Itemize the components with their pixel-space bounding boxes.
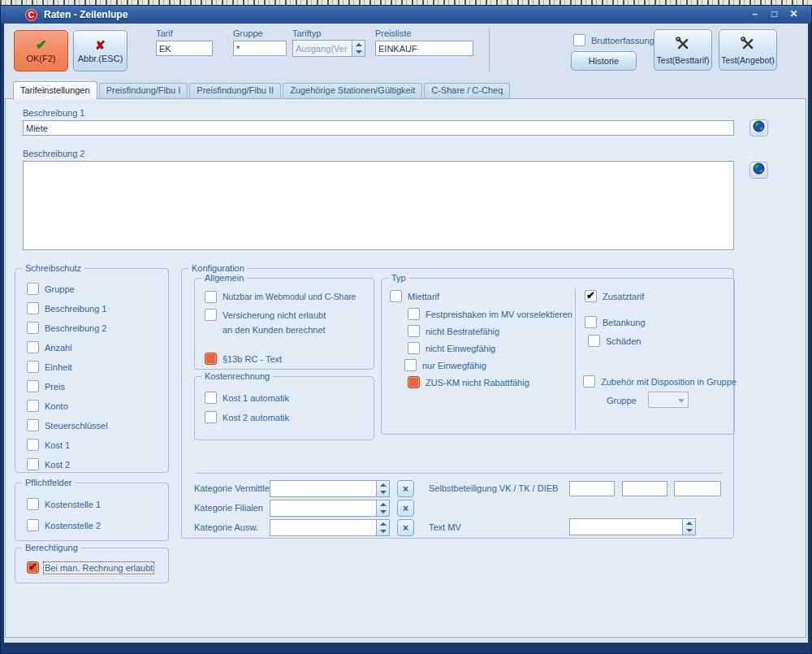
- spinner-down-icon[interactable]: [683, 527, 695, 535]
- app-icon: C: [25, 9, 37, 21]
- kostenstelle1-checkbox[interactable]: [27, 498, 39, 510]
- checkbox-label: Konto: [45, 401, 68, 411]
- spinner-up-icon[interactable]: [377, 500, 389, 509]
- kategorie-filialen-clear-button[interactable]: ×: [397, 500, 414, 517]
- schreibschutz-preis-checkbox[interactable]: [27, 380, 39, 392]
- typ-group: Typ Miettarif Festpreishaken im MV vorse…: [381, 278, 735, 435]
- kategorie-ausw-clear-button[interactable]: ×: [397, 519, 414, 536]
- gruppe-input[interactable]: [233, 41, 287, 56]
- spinner-up-icon[interactable]: [683, 519, 695, 527]
- kategorie-vermittler-spinner[interactable]: [376, 481, 389, 496]
- spinner-down-icon[interactable]: [377, 489, 389, 497]
- miettarif-checkbox[interactable]: [390, 290, 402, 302]
- tools-icon: [737, 36, 758, 54]
- test-angebot-button[interactable]: Test(Angebot): [719, 29, 777, 71]
- checkbox-label: nur Einwegfähig: [422, 361, 486, 370]
- checkbox-label: Nutzbar im Webmodul und C-Share: [222, 292, 356, 301]
- translate-button[interactable]: [749, 119, 768, 136]
- gruppe-dropdown-label: Gruppe: [607, 396, 637, 405]
- schreibschutz-beschreibung2-checkbox[interactable]: [27, 322, 39, 334]
- maximize-button[interactable]: □: [768, 8, 780, 20]
- translate-button[interactable]: [749, 162, 768, 179]
- schreibschutz-konto-checkbox[interactable]: [27, 400, 39, 412]
- kost1-automatik-checkbox[interactable]: [205, 392, 217, 404]
- spinner-down-icon[interactable]: [377, 528, 389, 536]
- beschreibung1-input[interactable]: [23, 120, 734, 136]
- spinner-up-icon[interactable]: [377, 520, 389, 528]
- tab-preisfindung-fibu-2[interactable]: Preisfindung/Fibu II: [189, 83, 281, 98]
- schreibschutz-kost2-checkbox[interactable]: [27, 458, 39, 470]
- schreibschutz-einheit-checkbox[interactable]: [27, 361, 39, 373]
- nicht-bestratefaehig-checkbox[interactable]: [408, 325, 420, 337]
- zubehoer-disposition-checkbox[interactable]: [583, 375, 595, 388]
- tariftyp-spinner[interactable]: [352, 41, 365, 56]
- schreibschutz-gruppe-checkbox[interactable]: [27, 283, 39, 295]
- kategorie-ausw-field[interactable]: [270, 519, 390, 536]
- selbstbeteiligung-vk-input[interactable]: [569, 481, 615, 496]
- versicherung-nicht-erlaubt-checkbox[interactable]: [205, 309, 217, 321]
- kostenstelle2-checkbox[interactable]: [27, 519, 39, 531]
- minimize-button[interactable]: –: [749, 8, 761, 20]
- text-mv-field[interactable]: [569, 518, 696, 535]
- kategorie-ausw-input[interactable]: [270, 520, 376, 535]
- festpreishaken-checkbox[interactable]: [408, 308, 420, 320]
- beschreibung2-textarea[interactable]: [23, 161, 734, 250]
- preisliste-input[interactable]: [375, 41, 473, 56]
- schreibschutz-anzahl-checkbox[interactable]: [27, 341, 39, 353]
- schaeden-checkbox[interactable]: [588, 335, 600, 347]
- kategorie-filialen-field[interactable]: [270, 500, 390, 517]
- spinner-up-icon[interactable]: [377, 481, 389, 489]
- text-mv-input[interactable]: [570, 519, 682, 535]
- gruppe-dropdown[interactable]: [648, 392, 689, 408]
- spinner-down-icon[interactable]: [377, 509, 389, 517]
- zusatztarif-checkbox[interactable]: [585, 290, 597, 302]
- text-mv-spinner[interactable]: [682, 519, 695, 535]
- schreibschutz-kost1-checkbox[interactable]: [27, 439, 39, 451]
- schreibschutz-beschreibung1-checkbox[interactable]: [27, 302, 39, 314]
- kategorie-vermittler-field[interactable]: [270, 480, 390, 497]
- globe-icon: [753, 120, 765, 136]
- nur-einwegfaehig-checkbox[interactable]: [404, 359, 417, 371]
- close-button[interactable]: ✕: [788, 8, 800, 20]
- tab-preisfindung-fibu-1[interactable]: Preisfindung/Fibu I: [99, 83, 188, 98]
- tarif-label: Tarif: [156, 28, 173, 38]
- tariftyp-input[interactable]: [293, 41, 352, 56]
- bei-man-rechnung-checkbox[interactable]: [27, 561, 39, 574]
- kost2-automatik-checkbox[interactable]: [205, 411, 217, 423]
- selbstbeteiligung-tk-input[interactable]: [622, 481, 667, 496]
- zus-km-checkbox[interactable]: [408, 376, 420, 388]
- checkbox-label: nicht Einwegfähig: [425, 344, 495, 353]
- kategorie-vermittler-input[interactable]: [270, 481, 376, 496]
- tab-tarifeinstellungen[interactable]: Tarifeinstellungen: [13, 81, 97, 99]
- kategorie-ausw-spinner[interactable]: [376, 520, 389, 535]
- kategorie-filialen-input[interactable]: [270, 500, 376, 516]
- tab-c-share-c-cheq[interactable]: C-Share / C-Cheq: [424, 83, 510, 98]
- schreibschutz-steuerschluessel-checkbox[interactable]: [27, 419, 39, 431]
- kategorie-filialen-label: Kategorie Filialen: [194, 503, 263, 513]
- tab-zugehoerige-stationen[interactable]: Zugehörige Stationen/Gültigkeit: [283, 83, 422, 98]
- test-besttarif-button[interactable]: Test(Besttarif): [654, 29, 712, 71]
- kategorie-ausw-label: Kategorie Ausw.: [194, 522, 258, 532]
- tab-bar: Tarifeinstellungen Preisfindung/Fibu I P…: [5, 81, 512, 98]
- historie-button[interactable]: Historie: [571, 51, 637, 71]
- selbstbeteiligung-dieb-input[interactable]: [674, 481, 721, 496]
- ok-button[interactable]: ✔ OK(F2): [14, 30, 68, 71]
- rc-text-checkbox[interactable]: [205, 353, 217, 365]
- spinner-down-icon[interactable]: [352, 49, 365, 57]
- titlebar[interactable]: C Raten - Zeilenlupe – □ ✕: [1, 6, 811, 24]
- cancel-button[interactable]: ✘ Abbr.(ESC): [73, 30, 127, 71]
- tariftyp-spinner-field[interactable]: [292, 40, 365, 57]
- kategorie-filialen-spinner[interactable]: [376, 500, 389, 516]
- betankung-checkbox[interactable]: [585, 316, 597, 328]
- berechtigung-group: Berechtigung Bei man. Rechnung erlaubt: [15, 548, 169, 583]
- checkbox-label: Steuerschlüssel: [45, 421, 108, 431]
- bruttoerfassung-checkbox[interactable]: [573, 34, 585, 46]
- nutzbar-webmodul-checkbox[interactable]: [205, 291, 217, 303]
- checkbox-label: Zusatztarif: [603, 292, 644, 301]
- spinner-up-icon[interactable]: [352, 41, 365, 49]
- kategorie-vermittler-clear-button[interactable]: ×: [397, 480, 414, 497]
- allgemein-group: Allgemein Nutzbar im Webmodul und C-Shar…: [194, 278, 374, 370]
- nicht-einwegfaehig-checkbox[interactable]: [408, 342, 420, 354]
- tarif-input[interactable]: [156, 41, 213, 56]
- test-besttarif-label: Test(Besttarif): [657, 55, 710, 65]
